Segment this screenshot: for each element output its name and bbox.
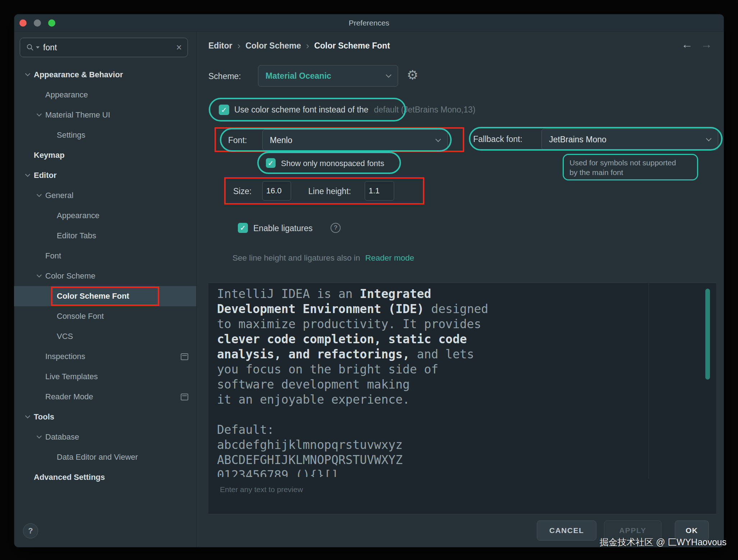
sidebar-item-keymap[interactable]: Keymap — [14, 145, 196, 165]
preview-line: clever code completion, static code — [217, 332, 652, 347]
sidebar-item-label: Editor — [34, 171, 57, 180]
sidebar-item-appearance-behavior[interactable]: Appearance & Behavior — [14, 65, 196, 85]
panel-icon[interactable] — [181, 394, 188, 400]
sidebar-item-label: Settings — [57, 130, 86, 140]
sidebar-item-label: Appearance & Behavior — [34, 70, 123, 79]
search-options-chevron-icon[interactable] — [36, 46, 40, 49]
chevron-down-icon — [706, 136, 712, 141]
sidebar-item-label: VCS — [57, 332, 73, 341]
breadcrumb: Editor›Color Scheme›Color Scheme Font — [208, 40, 390, 51]
fallback-font-label: Fallback font: — [473, 134, 522, 144]
sidebar-item-color-scheme[interactable]: Color Scheme — [14, 266, 196, 286]
sidebar-item-label: Data Editor and Viewer — [57, 453, 138, 462]
preview-line: it an enjoyable experience. — [217, 392, 652, 407]
sidebar-item-appearance[interactable]: Appearance — [14, 206, 196, 226]
fallback-font-value: JetBrains Mono — [549, 135, 606, 144]
clear-search-icon[interactable]: × — [176, 43, 182, 52]
sidebar-item-advanced-settings[interactable]: Advanced Settings — [14, 467, 196, 487]
sidebar-item-label: Color Scheme Font — [57, 292, 129, 301]
fallback-font-select[interactable]: JetBrains Mono — [541, 129, 718, 150]
font-select[interactable]: Menlo — [262, 129, 448, 151]
preview-line: to maximize productivity. It provides — [217, 317, 652, 332]
preview-text: IntelliJ IDEA is an IntegratedDevelopmen… — [217, 286, 652, 477]
enable-ligatures-label: Enable ligatures — [253, 224, 313, 233]
checkmark-icon: ✓ — [240, 224, 246, 232]
sidebar-item-label: Color Scheme — [45, 271, 95, 281]
sidebar-item-color-scheme-font[interactable]: Color Scheme Font — [14, 286, 196, 306]
chevron-down-icon[interactable] — [25, 172, 30, 177]
sidebar-item-material-theme-ui[interactable]: Material Theme UI — [14, 105, 196, 125]
chevron-down-icon[interactable] — [37, 111, 42, 116]
search-icon — [26, 43, 34, 52]
chevron-down-icon[interactable] — [25, 413, 30, 418]
breadcrumb-item[interactable]: Color Scheme Font — [314, 41, 390, 51]
use-color-scheme-font-checkbox[interactable]: ✓ — [219, 105, 229, 115]
sidebar-item-label: Material Theme UI — [45, 110, 110, 120]
sidebar-item-reader-mode[interactable]: Reader Mode — [14, 387, 196, 407]
sidebar-item-font[interactable]: Font — [14, 246, 196, 266]
sidebar-item-live-templates[interactable]: Live Templates — [14, 367, 196, 387]
breadcrumb-item[interactable]: Editor — [208, 41, 232, 51]
sidebar-item-vcs[interactable]: VCS — [14, 326, 196, 346]
sidebar-item-label: Advanced Settings — [34, 473, 105, 482]
watermark: 掘金技术社区 @ 匚WYHaovous — [600, 536, 727, 548]
breadcrumb-separator: › — [237, 40, 240, 51]
preview-line: ABCDEFGHIJKLMNOPQRSTUVWXYZ — [217, 453, 652, 468]
monospaced-only-label: Show only monospaced fonts — [281, 159, 384, 168]
gear-icon[interactable]: ⚙ — [407, 68, 418, 82]
search-input[interactable] — [43, 43, 176, 52]
preview-line: analysis, and refactorings, and lets — [217, 347, 652, 362]
size-input[interactable] — [262, 181, 291, 201]
use-color-scheme-font-label: Use color scheme font instead of the def… — [234, 105, 475, 115]
preview-line: abcdefghijklmnopqrstuvwxyz — [217, 437, 652, 453]
preview-placeholder: Enter any text to preview — [220, 485, 303, 494]
scheme-select[interactable]: Material Oceanic — [258, 65, 398, 87]
sidebar-item-inspections[interactable]: Inspections — [14, 346, 196, 367]
font-preview-area[interactable]: IntelliJ IDEA is an IntegratedDevelopmen… — [208, 283, 716, 514]
sidebar-item-label: Tools — [34, 412, 54, 422]
help-button[interactable]: ? — [23, 523, 38, 538]
sidebar-item-data-editor-and-viewer[interactable]: Data Editor and Viewer — [14, 447, 196, 467]
forward-arrow-icon[interactable]: → — [701, 37, 712, 51]
ligatures-help-icon[interactable]: ? — [331, 223, 341, 233]
reader-mode-note: See line height and ligatures also in Re… — [232, 253, 414, 263]
line-height-label: Line height: — [308, 187, 351, 196]
monospaced-only-checkbox[interactable]: ✓ — [266, 158, 276, 168]
back-arrow-icon[interactable]: ← — [681, 37, 693, 51]
chevron-down-icon[interactable] — [37, 272, 42, 277]
settings-search-box[interactable]: × — [20, 38, 188, 57]
sidebar-item-label: Live Templates — [45, 372, 98, 381]
preview-line: Default: — [217, 422, 652, 437]
chevron-down-icon[interactable] — [37, 192, 42, 197]
reader-mode-link[interactable]: Reader mode — [365, 253, 414, 262]
sidebar-item-settings[interactable]: Settings — [14, 125, 196, 145]
preview-line: 0123456789 (){}[] — [217, 468, 652, 477]
scrollbar-thumb[interactable] — [705, 289, 710, 380]
checkmark-icon: ✓ — [221, 106, 227, 114]
panel-icon[interactable] — [181, 353, 188, 360]
preview-line: IntelliJ IDEA is an Integrated — [217, 286, 652, 302]
sidebar-item-console-font[interactable]: Console Font — [14, 306, 196, 326]
chevron-down-icon[interactable] — [25, 71, 30, 76]
sidebar-item-database[interactable]: Database — [14, 427, 196, 447]
cancel-button[interactable]: CANCEL — [537, 520, 596, 541]
preview-line: you focus on the bright side of — [217, 362, 652, 377]
enable-ligatures-checkbox[interactable]: ✓ — [238, 223, 248, 233]
sidebar-item-tools[interactable]: Tools — [14, 407, 196, 427]
sidebar-item-label: Appearance — [57, 211, 100, 220]
breadcrumb-item[interactable]: Color Scheme — [245, 41, 301, 51]
sidebar-item-label: Database — [45, 432, 79, 442]
line-height-input[interactable] — [365, 181, 394, 201]
fallback-font-tooltip: Used for symbols not supported by the ma… — [563, 154, 698, 180]
sidebar-item-label: General — [45, 191, 73, 200]
sidebar-item-label: Font — [45, 251, 61, 261]
sidebar-item-editor[interactable]: Editor — [14, 165, 196, 185]
chevron-down-icon[interactable] — [37, 433, 42, 439]
sidebar-item-appearance[interactable]: Appearance — [14, 85, 196, 105]
scheme-label: Scheme: — [208, 72, 241, 81]
preview-line — [217, 407, 652, 422]
breadcrumb-separator: › — [306, 40, 309, 51]
sidebar-item-general[interactable]: General — [14, 185, 196, 206]
sidebar-item-editor-tabs[interactable]: Editor Tabs — [14, 226, 196, 246]
font-value: Menlo — [270, 136, 292, 145]
